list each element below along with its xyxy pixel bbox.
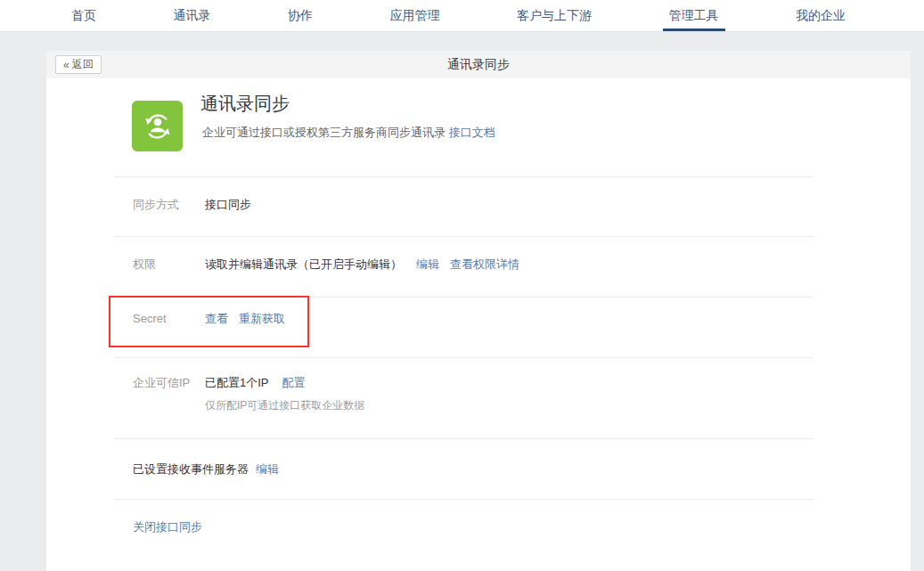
row-event-server: 已设置接收事件服务器 编辑 — [133, 461, 279, 477]
row-trusted-ip: 企业可信IP 已配置1个IP 配置 仅所配IP可通过接口获取企业数据 — [133, 375, 364, 413]
row-sync-method: 同步方式 接口同步 — [133, 197, 251, 213]
api-doc-link[interactable]: 接口文档 — [449, 126, 495, 139]
page-title: 通讯录同步 — [46, 57, 911, 73]
card-header: « 返回 通讯录同步 — [46, 51, 911, 78]
divider — [114, 176, 814, 177]
contact-sync-icon — [132, 101, 183, 151]
trusted-ip-label: 企业可信IP — [133, 375, 205, 391]
content-card: « 返回 通讯录同步 通讯录同步 企业可通过接口或授权第三方服务商同步通讯录 接… — [46, 51, 911, 571]
nav-item-admin-tools[interactable]: 管理工具 — [669, 0, 719, 31]
row-secret: Secret 查看 重新获取 — [133, 311, 285, 327]
divider — [114, 357, 814, 358]
event-server-text: 已设置接收事件服务器 — [133, 461, 249, 477]
sync-method-value: 接口同步 — [205, 197, 251, 213]
app-description: 企业可通过接口或授权第三方服务商同步通讯录 接口文档 — [202, 125, 495, 141]
close-api-sync-link[interactable]: 关闭接口同步 — [133, 519, 202, 535]
row-close-sync: 关闭接口同步 — [133, 519, 202, 535]
nav-item-app-management[interactable]: 应用管理 — [390, 0, 440, 31]
trusted-ip-value: 已配置1个IP — [205, 376, 268, 389]
divider — [114, 236, 814, 237]
top-nav: 首页 通讯录 协作 应用管理 客户与上下游 管理工具 我的企业 — [0, 0, 924, 32]
nav-item-collaboration[interactable]: 协作 — [288, 0, 313, 31]
divider — [114, 438, 814, 439]
divider — [114, 297, 814, 298]
permission-label: 权限 — [133, 257, 205, 273]
sync-method-label: 同步方式 — [133, 197, 205, 213]
row-permission: 权限 读取并编辑通讯录（已开启手动编辑） 编辑 查看权限详情 — [133, 257, 519, 273]
divider — [114, 499, 814, 500]
permission-detail-link[interactable]: 查看权限详情 — [450, 257, 519, 273]
app-title: 通讯录同步 — [200, 92, 290, 116]
nav-item-customers[interactable]: 客户与上下游 — [517, 0, 592, 31]
nav-item-my-company[interactable]: 我的企业 — [796, 0, 846, 31]
trusted-ip-hint: 仅所配IP可通过接口获取企业数据 — [205, 397, 364, 413]
trusted-ip-config-link[interactable]: 配置 — [282, 376, 306, 389]
secret-view-link[interactable]: 查看 — [205, 311, 228, 327]
app-description-text: 企业可通过接口或授权第三方服务商同步通讯录 — [202, 126, 446, 139]
nav-item-contacts[interactable]: 通讯录 — [174, 0, 211, 31]
permission-value: 读取并编辑通讯录（已开启手动编辑） — [205, 257, 402, 273]
secret-refresh-link[interactable]: 重新获取 — [239, 311, 285, 327]
nav-item-home[interactable]: 首页 — [71, 0, 96, 31]
secret-label: Secret — [133, 311, 205, 327]
event-server-edit-link[interactable]: 编辑 — [256, 461, 279, 477]
permission-edit-link[interactable]: 编辑 — [416, 257, 439, 273]
